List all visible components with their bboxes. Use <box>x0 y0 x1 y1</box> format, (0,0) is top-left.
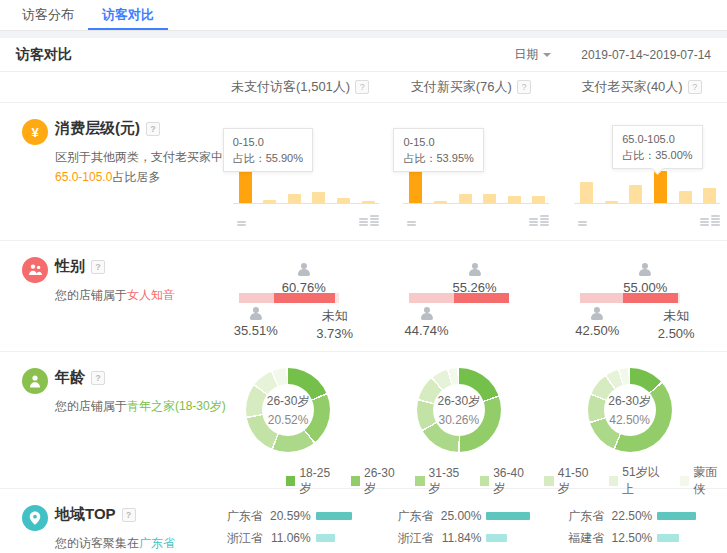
region-list: 广东省 25.00% 浙江省 11.84% <box>385 505 556 553</box>
column-header-old-buyers: 支付老买家(40人) ? <box>556 78 727 96</box>
gender-bar <box>580 293 680 303</box>
gender-chart[interactable]: 60.76% 35.51% 未知 3.73% <box>239 255 339 345</box>
tab-visitor-distribution[interactable]: 访客分布 <box>8 0 88 30</box>
consumption-bar-chart[interactable]: 0-15.0 占比：55.90% <box>231 103 381 240</box>
gender-title: 性别 ? <box>55 257 175 276</box>
province-percent: 12.50% <box>610 531 652 545</box>
chart-tooltip: 65.0-105.0 占比：35.00% <box>612 125 702 169</box>
province-name: 福建省 <box>568 530 610 547</box>
people-icon <box>22 257 48 283</box>
province-bar <box>486 534 507 542</box>
region-cell-unpaid: 广东省 20.59% 浙江省 11.06% <box>215 489 386 553</box>
date-controls: 日期 2019-07-14~2019-07-14 <box>514 46 711 63</box>
province-percent: 25.00% <box>439 509 481 523</box>
gender-chart[interactable]: 55.00% 42.50% 未知 2.50% <box>580 255 680 345</box>
location-pin-icon <box>22 505 48 531</box>
consumption-cell-unpaid: 0-15.0 占比：55.90% <box>215 103 386 240</box>
coins-large-icon <box>359 215 379 226</box>
province-percent: 20.59% <box>269 509 311 523</box>
tab-visitor-compare[interactable]: 访客对比 <box>88 0 168 30</box>
unknown-segment <box>335 293 339 303</box>
help-icon[interactable]: ? <box>517 80 531 94</box>
region-row-partial <box>385 549 556 553</box>
row-region: 地域TOP ? 您的访客聚集在广东省 广东省 20.59% 浙江省 11.06% <box>0 489 727 553</box>
female-cluster: 55.26% <box>452 263 496 295</box>
legend-swatch <box>544 476 553 486</box>
date-range[interactable]: 2019-07-14~2019-07-14 <box>581 48 711 62</box>
legend-swatch <box>609 476 618 486</box>
province-percent: 22.50% <box>610 509 652 523</box>
consumption-bar-chart[interactable]: 0-15.0 占比：53.95% <box>401 103 551 240</box>
yuan-icon: ¥ <box>22 119 48 145</box>
region-cell-new: 广东省 25.00% 浙江省 11.84% <box>385 489 556 553</box>
male-cluster: 42.50% <box>575 307 619 338</box>
legend-swatch <box>286 476 295 486</box>
consumption-bar-chart[interactable]: 65.0-105.0 占比：35.00% <box>572 103 722 240</box>
divider-band <box>0 31 727 38</box>
date-dropdown[interactable]: 日期 <box>514 46 538 63</box>
help-icon[interactable]: ? <box>91 260 105 274</box>
female-cluster: 55.00% <box>623 263 667 295</box>
coins-small-icon <box>237 221 246 226</box>
age-desc: 您的店铺属于青年之家(18-30岁) <box>55 396 226 416</box>
female-segment <box>274 293 335 303</box>
gender-cell-new: 55.26% 44.74% <box>385 241 556 351</box>
legend-swatch <box>415 476 424 486</box>
female-segment <box>623 293 678 303</box>
gender-chart[interactable]: 55.26% 44.74% <box>409 255 509 345</box>
region-row: 浙江省 11.84% <box>385 527 556 549</box>
coins-large-icon <box>700 215 720 226</box>
help-icon[interactable]: ? <box>688 80 702 94</box>
age-donut[interactable]: 26-30岁 30.26% <box>417 368 501 452</box>
age-label-block: 年龄 ? 您的店铺属于青年之家(18-30岁) <box>0 352 215 488</box>
province-name: 浙江省 <box>397 530 439 547</box>
column-header-new-buyers-label: 支付新买家(76人) <box>411 78 512 96</box>
female-icon <box>467 263 481 276</box>
column-header-unpaid: 未支付访客(1,501人) ? <box>215 78 386 96</box>
help-icon[interactable]: ? <box>122 508 136 522</box>
male-icon <box>590 307 604 320</box>
province-bar <box>486 512 530 520</box>
age-donut[interactable]: 26-30岁 42.50% <box>588 368 672 452</box>
province-bar <box>657 512 696 520</box>
page-title: 访客对比 <box>16 46 72 64</box>
chart-tooltip: 0-15.0 占比：55.90% <box>223 128 313 172</box>
region-row: 广东省 20.59% <box>215 505 386 527</box>
region-row: 广东省 25.00% <box>385 505 556 527</box>
donut-center-label: 26-30岁 20.52% <box>262 384 314 436</box>
row-gender: 性别 ? 您的店铺属于女人知音 60.76% <box>0 241 727 352</box>
top-tabbar: 访客分布 访客对比 <box>0 0 727 31</box>
province-name: 广东省 <box>568 508 610 525</box>
region-list: 广东省 22.50% 福建省 12.50% <box>556 505 727 553</box>
consumption-cell-old: 65.0-105.0 占比：35.00% <box>556 103 727 240</box>
x-axis <box>233 203 379 204</box>
help-icon[interactable]: ? <box>91 371 105 385</box>
chevron-down-icon[interactable] <box>543 53 551 61</box>
help-icon[interactable]: ? <box>355 80 369 94</box>
axis-icons <box>237 215 379 226</box>
region-row-partial <box>556 549 727 553</box>
consumption-label-block: ¥ 消费层级(元) ? 区别于其他两类，支付老买家中 65.0-105.0占比居… <box>0 103 215 240</box>
age-donut[interactable]: 26-30岁 20.52% <box>246 368 330 452</box>
x-axis <box>574 203 720 204</box>
x-axis <box>403 203 549 204</box>
region-title: 地域TOP ? <box>55 505 175 524</box>
male-segment <box>409 293 454 303</box>
unknown-cluster: 未知 2.50% <box>658 307 695 343</box>
column-header-old-buyers-label: 支付老买家(40人) <box>582 78 683 96</box>
axis-icons <box>407 215 549 226</box>
donut-center-label: 26-30岁 42.50% <box>604 384 656 436</box>
gender-label-block: 性别 ? 您的店铺属于女人知音 <box>0 241 215 351</box>
province-bar <box>316 534 335 542</box>
region-row: 浙江省 11.06% <box>215 527 386 549</box>
male-segment <box>580 293 623 303</box>
coins-small-icon <box>407 221 416 226</box>
gender-cell-old: 55.00% 42.50% 未知 2.50% <box>556 241 727 351</box>
coins-small-icon <box>578 221 587 226</box>
legend-swatch <box>480 476 489 486</box>
province-percent: 11.06% <box>269 531 311 545</box>
gender-bar <box>239 293 339 303</box>
province-name: 广东省 <box>397 508 439 525</box>
help-icon[interactable]: ? <box>146 122 160 136</box>
female-icon <box>297 263 311 276</box>
